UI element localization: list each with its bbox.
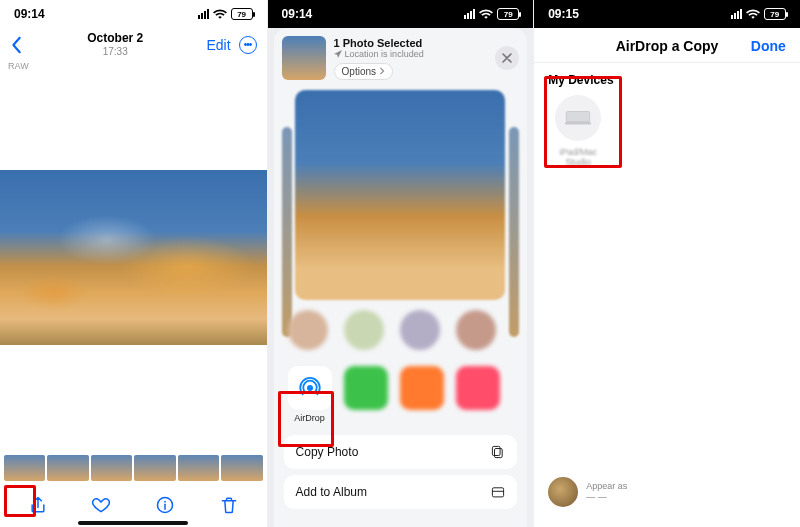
thumbnail[interactable] xyxy=(178,455,219,481)
status-bar: 09:14 79 xyxy=(0,0,267,28)
wifi-icon xyxy=(479,9,493,19)
close-button[interactable] xyxy=(495,46,519,70)
status-bar: 09:15 79 xyxy=(534,0,800,28)
status-right: 79 xyxy=(464,8,519,20)
battery-icon: 79 xyxy=(231,8,253,20)
trash-icon[interactable] xyxy=(219,495,239,515)
nav-bar: October 2 17:33 Edit ••• xyxy=(0,28,267,59)
battery-icon: 79 xyxy=(764,8,786,20)
avatar xyxy=(548,477,578,507)
battery-icon: 79 xyxy=(497,8,519,20)
close-icon xyxy=(502,53,512,63)
photo-time: 17:33 xyxy=(87,46,143,58)
album-icon xyxy=(491,485,505,499)
status-bar: 09:14 79 xyxy=(268,0,534,28)
options-button[interactable]: Options xyxy=(334,63,393,80)
footer-label: Appear as xyxy=(586,481,627,492)
thumbnail[interactable] xyxy=(4,455,45,481)
highlight-box xyxy=(544,76,622,168)
nav-title: October 2 17:33 xyxy=(87,32,143,57)
app-tile[interactable] xyxy=(400,366,444,410)
wifi-icon xyxy=(746,9,760,19)
add-to-album-row[interactable]: Add to Album xyxy=(284,475,518,509)
thumbnail[interactable] xyxy=(47,455,88,481)
footer-name: — — xyxy=(586,492,627,503)
contact-avatar[interactable] xyxy=(400,310,440,350)
svg-point-1 xyxy=(164,501,166,503)
page-title: AirDrop a Copy xyxy=(600,38,734,54)
screen-airdrop: 09:15 79 AirDrop a Copy Done My Devices … xyxy=(533,0,800,527)
share-meta: 1 Photo Selected Location is included Op… xyxy=(334,37,488,80)
thumbnail-strip[interactable] xyxy=(0,455,267,481)
status-right: 79 xyxy=(731,8,786,20)
svg-rect-3 xyxy=(495,449,503,458)
raw-badge: RAW xyxy=(0,59,267,73)
signal-icon xyxy=(464,9,475,19)
copy-icon xyxy=(491,445,505,459)
highlight-box xyxy=(4,485,36,517)
contact-avatar[interactable] xyxy=(344,310,384,350)
highlight-box xyxy=(278,391,334,447)
contact-avatar[interactable] xyxy=(456,310,496,350)
status-time: 09:14 xyxy=(14,7,45,21)
status-time: 09:15 xyxy=(548,7,579,21)
screen-photo-detail: 09:14 79 October 2 17:33 Edit ••• RAW xyxy=(0,0,267,527)
back-button[interactable] xyxy=(10,36,24,54)
photo-preview[interactable] xyxy=(0,170,267,345)
share-header: 1 Photo Selected Location is included Op… xyxy=(282,36,520,80)
thumbnail[interactable] xyxy=(91,455,132,481)
share-thumbnail xyxy=(282,36,326,80)
row-label: Copy Photo xyxy=(296,445,359,459)
bottom-toolbar xyxy=(0,489,267,519)
share-sheet: 1 Photo Selected Location is included Op… xyxy=(274,28,528,527)
share-preview[interactable] xyxy=(295,90,505,300)
signal-icon xyxy=(731,9,742,19)
svg-rect-5 xyxy=(493,488,504,497)
status-right: 79 xyxy=(198,8,253,20)
signal-icon xyxy=(198,9,209,19)
svg-rect-4 xyxy=(493,446,501,455)
ellipsis-icon: ••• xyxy=(244,40,252,50)
home-indicator xyxy=(78,521,188,525)
footer-texts: Appear as — — xyxy=(586,481,627,503)
status-time: 09:14 xyxy=(282,7,313,21)
wifi-icon xyxy=(213,9,227,19)
chevron-right-icon xyxy=(379,67,385,75)
contact-avatar[interactable] xyxy=(288,310,328,350)
location-arrow-icon xyxy=(334,50,342,58)
thumbnail[interactable] xyxy=(134,455,175,481)
photo-date: October 2 xyxy=(87,32,143,46)
screen-share-sheet: 09:14 79 1 Photo Selected Location is in… xyxy=(267,0,534,527)
share-location-note: Location is included xyxy=(334,49,488,59)
people-row xyxy=(282,310,520,350)
done-button[interactable]: Done xyxy=(734,38,786,54)
app-tile[interactable] xyxy=(344,366,388,410)
preview-adjacent xyxy=(509,127,519,337)
preview-adjacent xyxy=(282,127,292,337)
heart-icon[interactable] xyxy=(91,495,111,515)
app-tile[interactable] xyxy=(456,366,500,410)
edit-button[interactable]: Edit xyxy=(206,37,230,53)
share-title: 1 Photo Selected xyxy=(334,37,488,49)
row-label: Add to Album xyxy=(296,485,367,499)
chevron-left-icon xyxy=(10,36,24,54)
appear-as-footer[interactable]: Appear as — — xyxy=(548,477,627,507)
info-icon[interactable] xyxy=(155,495,175,515)
thumbnail[interactable] xyxy=(221,455,262,481)
nav-bar: AirDrop a Copy Done xyxy=(534,28,800,63)
more-button[interactable]: ••• xyxy=(239,36,257,54)
